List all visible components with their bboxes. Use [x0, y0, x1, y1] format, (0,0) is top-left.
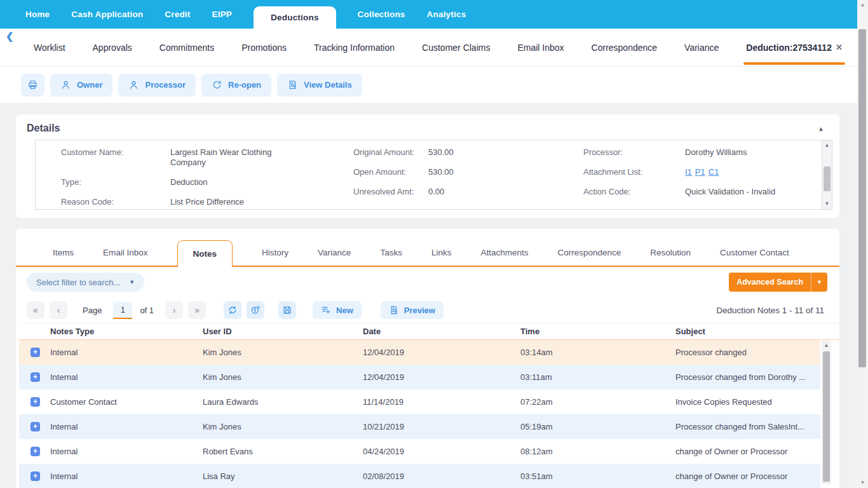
- new-button[interactable]: New: [313, 301, 362, 319]
- advanced-search-button[interactable]: Advanced Search ▼: [729, 273, 827, 292]
- save-button[interactable]: [278, 301, 296, 319]
- details-scrollbar[interactable]: ▲ ▼: [822, 140, 832, 209]
- pagination-bar: « ‹ Page of 1 › » New Preview Deduction …: [16, 297, 839, 323]
- nav-item-eipp[interactable]: EIPP: [212, 10, 233, 19]
- nav-item-analytics[interactable]: Analytics: [427, 10, 466, 19]
- chevron-down-icon: ▼: [129, 279, 135, 285]
- expand-row-button[interactable]: +: [31, 372, 40, 382]
- processor-button[interactable]: Processor: [118, 74, 196, 97]
- re-open-button[interactable]: Re-open: [201, 74, 271, 97]
- table-scrollbar[interactable]: ▲: [822, 341, 831, 484]
- cell-user-id: Robert Evans: [203, 447, 363, 456]
- back-chevron-icon[interactable]: ❮: [6, 30, 14, 42]
- expand-row-button[interactable]: +: [31, 348, 40, 357]
- field-unresolved-amt: Unresolved Amt:0.00: [353, 187, 583, 197]
- subnav-item-tracking-information[interactable]: Tracking Information: [314, 43, 395, 53]
- tab-items[interactable]: Items: [53, 248, 74, 266]
- toolbar: OwnerProcessorRe-openView Details: [0, 67, 857, 103]
- page-scrollbar[interactable]: ▲ ▼: [857, 0, 868, 488]
- attachment-links: I1P1C1: [685, 167, 719, 177]
- notes-panel: ItemsEmail InboxNotesHistoryVarianceTask…: [16, 229, 839, 488]
- last-page-button[interactable]: »: [188, 301, 206, 319]
- scroll-thumb[interactable]: [858, 29, 866, 367]
- table-row[interactable]: +InternalKim Jones12/04/201903:14amProce…: [19, 340, 820, 365]
- subnav-item-approvals[interactable]: Approvals: [93, 43, 132, 53]
- reload-count-button[interactable]: [247, 301, 264, 319]
- table-row[interactable]: +InternalKim Jones10/21/201905:19amProce…: [19, 414, 820, 439]
- field-label: Unresolved Amt:: [353, 187, 428, 197]
- first-page-button[interactable]: «: [27, 301, 44, 319]
- nav-item-deductions[interactable]: Deductions: [254, 6, 336, 29]
- cell-user-id: Kim Jones: [203, 422, 363, 431]
- attachment-link-p1[interactable]: P1: [695, 167, 705, 177]
- owner-button[interactable]: Owner: [50, 74, 112, 97]
- field-value: Largest Rain Wear Clothing Company: [170, 147, 291, 168]
- tab-attachments[interactable]: Attachments: [480, 248, 528, 266]
- attachment-link-i1[interactable]: I1: [685, 167, 692, 177]
- refresh-button[interactable]: [224, 301, 241, 319]
- save-icon: [282, 305, 292, 315]
- close-icon[interactable]: ✕: [836, 43, 843, 52]
- tab-links[interactable]: Links: [431, 248, 452, 266]
- prev-page-button[interactable]: ‹: [50, 301, 67, 319]
- subnav-item-commitments[interactable]: Commitments: [159, 43, 214, 53]
- scroll-up-icon[interactable]: ▲: [857, 0, 868, 10]
- expand-row-button[interactable]: +: [31, 471, 40, 481]
- scroll-up-icon[interactable]: ▲: [822, 140, 832, 151]
- app-window: HomeCash ApplicationCreditEIPPDeductions…: [0, 0, 868, 488]
- scroll-thumb[interactable]: [824, 166, 831, 191]
- tab-correspondence[interactable]: Correspondence: [557, 248, 621, 266]
- view-details-button[interactable]: View Details: [277, 74, 362, 97]
- cell-date: 10/21/2019: [363, 422, 520, 431]
- details-column-1: Customer Name:Largest Rain Wear Clothing…: [61, 147, 353, 207]
- tab-email-inbox[interactable]: Email Inbox: [103, 248, 148, 266]
- tab-customer-contact[interactable]: Customer Contact: [720, 248, 789, 266]
- subnav-item-email-inbox[interactable]: Email Inbox: [517, 43, 564, 53]
- field-value: 530.00: [428, 147, 454, 158]
- subnav-item-correspondence[interactable]: Correspondence: [592, 43, 658, 53]
- table-row[interactable]: +Customer ContactLaura Edwards11/14/2019…: [19, 390, 820, 414]
- table-row[interactable]: +InternalLisa Ray02/08/201903:51amchange…: [19, 464, 820, 488]
- nav-item-home[interactable]: Home: [25, 10, 50, 19]
- subnav-item-promotions[interactable]: Promotions: [241, 43, 287, 53]
- subnav-item-variance[interactable]: Variance: [684, 43, 719, 53]
- filter-select[interactable]: Select filter to search... ▼: [27, 273, 144, 292]
- cell-user-id: Laura Edwards: [203, 397, 363, 407]
- nav-item-credit[interactable]: Credit: [165, 10, 190, 19]
- field-value: List Price Difference: [170, 197, 244, 207]
- table-row[interactable]: +InternalKim Jones12/04/201903:11amProce…: [19, 365, 820, 390]
- expand-row-button[interactable]: +: [31, 422, 40, 431]
- field-label: Type:: [61, 177, 170, 187]
- subnav-item-worklist[interactable]: Worklist: [34, 43, 65, 53]
- expand-row-button[interactable]: +: [31, 397, 40, 407]
- table-header: Notes TypeUser IDDateTimeSubject: [19, 323, 839, 340]
- table-body: +InternalKim Jones12/04/201903:14amProce…: [19, 340, 839, 488]
- scroll-up-icon[interactable]: ▲: [822, 341, 831, 351]
- content-tabs: ItemsEmail InboxNotesHistoryVarianceTask…: [16, 240, 839, 267]
- nav-item-cash-application[interactable]: Cash Application: [71, 10, 143, 19]
- scroll-down-icon[interactable]: ▼: [822, 199, 832, 209]
- collapse-icon[interactable]: ▲: [818, 125, 824, 132]
- subnav-item-customer-claims[interactable]: Customer Claims: [422, 43, 490, 53]
- tab-resolution[interactable]: Resolution: [650, 248, 691, 266]
- attachment-link-c1[interactable]: C1: [709, 167, 719, 177]
- deduction-tab[interactable]: Deduction:27534112✕: [746, 29, 843, 66]
- nav-item-collections[interactable]: Collections: [358, 10, 405, 19]
- expand-row-button[interactable]: +: [31, 447, 40, 456]
- advanced-search-caret-icon[interactable]: ▼: [811, 273, 827, 292]
- details-column-2: Original Amount:530.00Open Amount:530.00…: [353, 147, 583, 207]
- scroll-down-icon[interactable]: ▼: [857, 478, 868, 488]
- scroll-thumb[interactable]: [823, 351, 830, 482]
- page-input[interactable]: [113, 302, 132, 319]
- print-button[interactable]: [21, 74, 44, 97]
- tab-tasks[interactable]: Tasks: [380, 248, 402, 266]
- field-processor: Processor:Dorothy Williams: [583, 147, 817, 158]
- tab-history[interactable]: History: [262, 248, 288, 266]
- tab-notes[interactable]: Notes: [177, 240, 233, 267]
- field-label: Action Code:: [583, 187, 685, 197]
- table-row[interactable]: +InternalRobert Evans04/24/201908:12amch…: [19, 439, 820, 464]
- tab-variance[interactable]: Variance: [318, 248, 351, 266]
- header-cell-subject: Subject: [675, 327, 839, 336]
- next-page-button[interactable]: ›: [165, 301, 183, 319]
- preview-button[interactable]: Preview: [381, 301, 444, 319]
